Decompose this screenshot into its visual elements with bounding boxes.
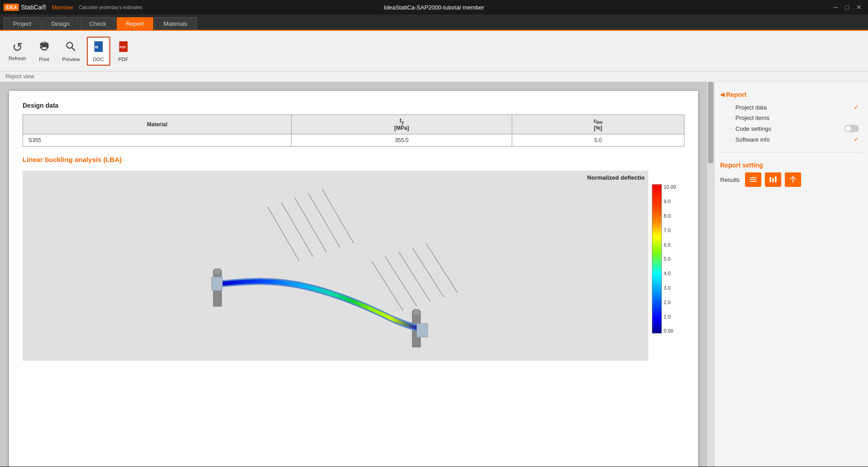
svg-rect-21 xyxy=(770,177,771,182)
titlebar: IDEA StatiCa® Member Calculate yesterday… xyxy=(0,0,868,14)
tree-line-project-items: ─ xyxy=(729,115,733,121)
software-info-check: ✓ xyxy=(854,136,859,143)
scale-val-6: 6.0 xyxy=(664,242,676,248)
svg-text:W: W xyxy=(94,45,98,49)
tab-bar: Project Design Check Report Materials xyxy=(0,14,868,31)
window-title: IdeaStatiCa-SAP2000-tutorial member xyxy=(384,4,484,11)
result-button-2[interactable] xyxy=(765,172,781,187)
refresh-button[interactable]: ↺ Refresh xyxy=(4,38,31,64)
scale-val-8: 8.0 xyxy=(664,213,676,219)
results-row: Results xyxy=(720,172,863,187)
tab-check[interactable]: Check xyxy=(80,17,116,30)
minimize-button[interactable]: ─ xyxy=(831,3,841,12)
refresh-label: Refresh xyxy=(9,56,26,61)
svg-text:PDF: PDF xyxy=(119,45,126,48)
scale-bar xyxy=(652,184,662,334)
svg-rect-18 xyxy=(413,309,420,315)
code-settings-label: Code settings xyxy=(736,125,772,132)
material-cell: S355 xyxy=(23,134,292,147)
tab-design[interactable]: Design xyxy=(42,17,79,30)
close-button[interactable]: ✕ xyxy=(854,3,864,12)
logo-box: IDEA xyxy=(4,4,19,11)
main-layout: Design data Material fy[MPa] εlim[%] S35… xyxy=(0,82,868,467)
right-panel: ◀ Report ─ Project data ✓ ─ Project item… xyxy=(714,82,868,467)
panel-item-code-settings[interactable]: ─ Code settings xyxy=(720,123,863,134)
preview-label: Preview xyxy=(62,57,80,62)
report-scroll[interactable]: Design data Material fy[MPa] εlim[%] S35… xyxy=(0,82,707,467)
toggle-dot xyxy=(845,126,851,131)
scale-val-0: 0.00 xyxy=(664,328,676,334)
tab-project[interactable]: Project xyxy=(4,17,41,30)
elim-cell: 5.0 xyxy=(512,134,684,147)
beam-visual: Normalized deflectio xyxy=(23,171,648,361)
col-material: Material xyxy=(23,115,292,134)
result-button-3[interactable] xyxy=(785,172,801,187)
maximize-button[interactable]: □ xyxy=(843,3,852,12)
project-data-check: ✓ xyxy=(854,104,859,111)
results-label: Results xyxy=(720,176,740,183)
window-controls[interactable]: ─ □ ✕ xyxy=(831,3,864,12)
col-elim: εlim[%] xyxy=(512,115,684,134)
pdf-icon: PDF xyxy=(117,40,130,55)
design-data-table: Material fy[MPa] εlim[%] S355 355.0 5.0 xyxy=(23,114,684,147)
doc-label: DOC xyxy=(93,57,104,62)
tab-report[interactable]: Report xyxy=(117,17,153,30)
report-title-text: Report xyxy=(726,91,746,98)
report-setting-section: Report setting Results xyxy=(720,152,863,187)
doc-icon: W xyxy=(92,40,105,55)
table-row: S355 355.0 5.0 xyxy=(23,134,684,147)
lba-title: Linear buckling analysis (LBA) xyxy=(23,156,684,163)
scale-val-10: 10.00 xyxy=(664,184,676,190)
scale-val-4: 4.0 xyxy=(664,271,676,276)
content-area: Design data Material fy[MPa] εlim[%] S35… xyxy=(0,82,714,467)
svg-rect-20 xyxy=(417,324,428,337)
app-subtitle: Calculate yesterday's estimates xyxy=(79,5,142,10)
scale-val-7: 7.0 xyxy=(664,228,676,233)
col-fy: fy[MPa] xyxy=(292,115,512,134)
print-button[interactable]: Print xyxy=(33,37,56,65)
panel-item-software-info[interactable]: ─ Software info ✓ xyxy=(720,134,863,145)
svg-rect-4 xyxy=(177,171,494,361)
scale-val-9: 9.0 xyxy=(664,199,676,204)
report-tree-section: ◀ Report ─ Project data ✓ ─ Project item… xyxy=(720,91,863,145)
scrollbar-thumb[interactable] xyxy=(708,82,713,163)
svg-rect-16 xyxy=(214,268,221,274)
tab-materials[interactable]: Materials xyxy=(154,17,197,30)
report-setting-title: Report setting xyxy=(720,162,863,169)
color-scale: 10.00 9.0 8.0 7.0 6.0 5.0 4.0 3.0 2.0 xyxy=(648,171,684,334)
scale-with-labels: 10.00 9.0 8.0 7.0 6.0 5.0 4.0 3.0 2.0 xyxy=(652,184,676,334)
panel-item-project-data[interactable]: ─ Project data ✓ xyxy=(720,102,863,113)
report-section-title: ◀ Report xyxy=(720,91,863,98)
refresh-icon: ↺ xyxy=(12,41,23,54)
svg-rect-19 xyxy=(212,277,222,291)
chart-container: Normalized deflectio xyxy=(23,171,684,361)
scale-val-5: 5.0 xyxy=(664,256,676,262)
svg-rect-23 xyxy=(775,176,777,182)
scrollbar-track[interactable] xyxy=(707,82,714,467)
code-settings-toggle[interactable] xyxy=(844,125,859,132)
doc-button[interactable]: W DOC xyxy=(87,37,110,66)
preview-button[interactable]: Preview xyxy=(57,37,85,65)
scale-val-1: 1.0 xyxy=(664,314,676,319)
report-view-label: Report view xyxy=(0,71,868,82)
collapse-icon[interactable]: ◀ xyxy=(720,91,724,98)
report-paper: Design data Material fy[MPa] εlim[%] S35… xyxy=(9,91,698,467)
project-items-label: Project items xyxy=(736,114,769,121)
tree-line-project-data: ─ xyxy=(729,105,733,110)
toolbar: ↺ Refresh Print Preview W DOC PDF PDF xyxy=(0,31,868,71)
chart-title: Normalized deflectio xyxy=(587,174,645,181)
pdf-label: PDF xyxy=(118,57,128,62)
project-data-label: Project data xyxy=(736,104,767,111)
scale-labels: 10.00 9.0 8.0 7.0 6.0 5.0 4.0 3.0 2.0 xyxy=(664,184,676,334)
beam-svg xyxy=(23,171,648,361)
panel-item-project-items[interactable]: ─ Project items xyxy=(720,113,863,123)
preview-icon xyxy=(65,40,77,55)
tree-line-software-info: ─ xyxy=(729,137,733,142)
print-label: Print xyxy=(39,57,49,62)
result-button-1[interactable] xyxy=(745,172,761,187)
scale-val-2: 2.0 xyxy=(664,300,676,305)
tree-line-code-settings: ─ xyxy=(729,126,733,131)
pdf-button[interactable]: PDF PDF xyxy=(112,37,135,65)
app-name: StatiCa® xyxy=(21,4,46,11)
svg-rect-22 xyxy=(773,178,774,182)
